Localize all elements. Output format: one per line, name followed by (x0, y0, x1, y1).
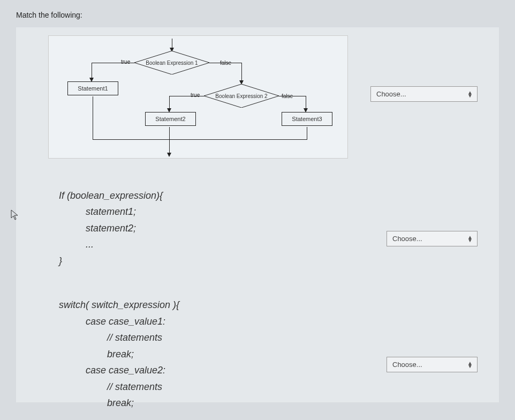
dropdown-label: Choose... (376, 90, 406, 98)
box-statement2: Statement2 (145, 112, 196, 126)
answer-dropdown-1[interactable]: Choose... ▲▼ (370, 86, 478, 102)
chevron-updown-icon: ▲▼ (467, 362, 473, 368)
page-title: Match the following: (16, 11, 499, 19)
code-if-block: If (boolean_expression){ statement1; sta… (59, 188, 488, 269)
match-row-flowchart: Boolean Expression 1 true false Statemen… (27, 35, 488, 159)
chevron-updown-icon: ▲▼ (467, 236, 473, 242)
answer-dropdown-3[interactable]: Choose... ▲▼ (387, 357, 478, 372)
dropdown-label: Choose... (392, 235, 422, 243)
decision-expr2: Boolean Expression 2 (204, 84, 279, 108)
box-statement3: Statement3 (282, 112, 332, 126)
chevron-updown-icon: ▲▼ (467, 91, 473, 98)
label-true-2: true (191, 92, 200, 98)
match-row-switch: switch( switch_expression ){ case case_v… (27, 287, 488, 410)
cursor-icon (11, 209, 19, 223)
code-switch-block: switch( switch_expression ){ case case_v… (59, 297, 488, 411)
content-area: Boolean Expression 1 true false Statemen… (16, 27, 499, 402)
decision-expr2-label: Boolean Expression 2 (215, 93, 267, 99)
decision-expr1: Boolean Expression 1 (134, 51, 209, 74)
flowchart-diagram: Boolean Expression 1 true false Statemen… (48, 35, 348, 159)
box-statement1: Statement1 (67, 81, 118, 95)
answer-dropdown-2[interactable]: Choose... ▲▼ (387, 231, 478, 246)
dropdown-label: Choose... (392, 361, 422, 369)
label-true-1: true (121, 59, 130, 65)
match-row-if: If (boolean_expression){ statement1; sta… (27, 169, 488, 276)
decision-expr1-label: Boolean Expression 1 (146, 60, 198, 66)
